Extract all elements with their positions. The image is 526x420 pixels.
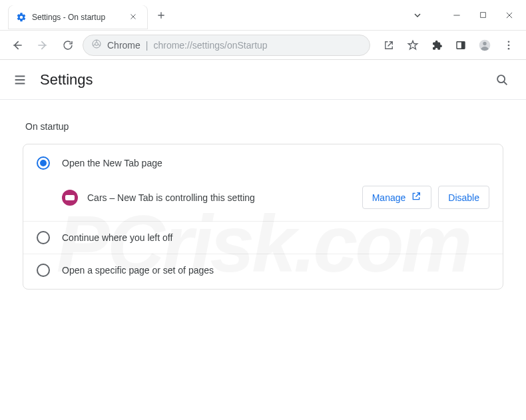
- profile-icon[interactable]: [474, 35, 495, 56]
- share-icon[interactable]: [378, 35, 399, 56]
- address-bar[interactable]: Chrome | chrome://settings/onStartup: [83, 35, 370, 56]
- side-panel-icon[interactable]: [450, 35, 471, 56]
- manage-button[interactable]: Manage: [362, 186, 432, 209]
- tab-title: Settings - On startup: [32, 13, 121, 22]
- browser-toolbar: Chrome | chrome://settings/onStartup: [0, 31, 526, 60]
- omnibox-url: chrome://settings/onStartup: [153, 40, 267, 51]
- radio-unchecked-icon[interactable]: [37, 264, 50, 277]
- section-title: On startup: [25, 121, 501, 132]
- option-label: Open a specific page or set of pages: [62, 265, 214, 276]
- option-specific-pages[interactable]: Open a specific page or set of pages: [23, 254, 503, 286]
- bookmark-icon[interactable]: [402, 35, 423, 56]
- option-label: Open the New Tab page: [62, 158, 162, 168]
- svg-point-8: [508, 44, 510, 46]
- back-button[interactable]: [7, 35, 28, 56]
- forward-button[interactable]: [32, 35, 53, 56]
- window-controls: [405, 0, 526, 30]
- svg-rect-4: [462, 41, 465, 49]
- radio-checked-icon[interactable]: [37, 156, 50, 170]
- hamburger-icon[interactable]: [12, 72, 28, 88]
- svg-point-7: [508, 41, 510, 43]
- option-new-tab-page[interactable]: Open the New Tab page: [23, 147, 503, 179]
- settings-header: Settings: [0, 60, 526, 100]
- maximize-icon[interactable]: [479, 11, 487, 19]
- gear-icon: [16, 12, 27, 23]
- disable-button[interactable]: Disable: [438, 186, 489, 209]
- omnibox-scheme: Chrome: [107, 40, 140, 51]
- settings-content: On startup Open the New Tab page Cars – …: [0, 100, 526, 306]
- svg-rect-0: [481, 13, 486, 18]
- option-continue[interactable]: Continue where you left off: [23, 222, 503, 254]
- svg-point-6: [483, 41, 486, 45]
- extension-controlling-row: Cars – New Tab is controlling this setti…: [23, 179, 503, 222]
- option-label: Continue where you left off: [62, 232, 172, 243]
- extensions-icon[interactable]: [426, 35, 447, 56]
- minimize-icon[interactable]: [452, 11, 461, 20]
- extension-app-icon: [62, 190, 78, 206]
- omnibox-separator: |: [146, 40, 148, 51]
- close-tab-icon[interactable]: [127, 11, 140, 24]
- close-window-icon[interactable]: [505, 11, 514, 20]
- radio-unchecked-icon[interactable]: [37, 231, 50, 244]
- svg-point-2: [95, 43, 99, 46]
- svg-point-9: [508, 47, 510, 49]
- tab-search-icon[interactable]: [412, 10, 423, 21]
- external-link-icon: [411, 191, 421, 204]
- page-title: Settings: [40, 71, 93, 89]
- browser-tab[interactable]: Settings - On startup: [8, 5, 148, 29]
- menu-icon[interactable]: [498, 35, 519, 56]
- svg-point-10: [497, 75, 505, 83]
- extension-message: Cars – New Tab is controlling this setti…: [87, 192, 255, 203]
- chrome-icon: [91, 39, 102, 51]
- search-settings-icon[interactable]: [490, 68, 514, 92]
- startup-options-card: Open the New Tab page Cars – New Tab is …: [23, 144, 503, 290]
- titlebar: Settings - On startup: [0, 0, 526, 31]
- reload-button[interactable]: [57, 35, 79, 56]
- new-tab-button[interactable]: [152, 6, 170, 25]
